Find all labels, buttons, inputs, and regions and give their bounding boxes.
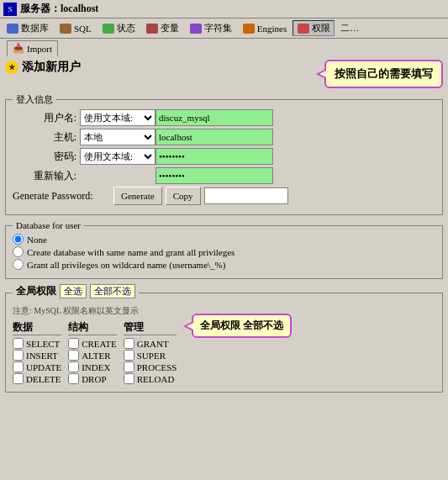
engines-icon bbox=[242, 23, 256, 34]
priv-process-checkbox[interactable] bbox=[124, 361, 134, 372]
priv-update-checkbox[interactable] bbox=[13, 361, 24, 372]
db-none-row: None bbox=[13, 234, 435, 245]
app-icon: S bbox=[3, 3, 17, 16]
global-priv-section: 全局权限 全选 全部不选 注意: MySQL 权限名称以英文显示 数据 SELE… bbox=[5, 284, 443, 393]
page-content: ★ 添加新用户 按照自己的需要填写 登入信息 用户名: 使用文本域: 主机: 本… bbox=[0, 56, 448, 401]
data-col: 数据 SELECT INSERT UPDATE bbox=[13, 320, 61, 385]
toolbar-btn-engines[interactable]: Engines bbox=[238, 21, 291, 36]
heading-row: ★ 添加新用户 按照自己的需要填写 bbox=[5, 60, 443, 88]
toolbar-btn-charset[interactable]: 字符集 bbox=[185, 20, 236, 36]
priv-index-row: INDEX bbox=[68, 361, 117, 372]
db-none-label[interactable]: None bbox=[27, 235, 47, 245]
priv-index-checkbox[interactable] bbox=[68, 361, 79, 372]
page-heading: ★ 添加新用户 bbox=[5, 60, 81, 75]
priv-create-checkbox[interactable] bbox=[68, 338, 79, 349]
db-legend: Database for user bbox=[13, 220, 84, 230]
priv-note: 注意: MySQL 权限名称以英文显示 bbox=[13, 305, 177, 317]
import-icon: 📥 bbox=[13, 43, 24, 55]
reenter-input[interactable] bbox=[155, 167, 273, 184]
username-select[interactable]: 使用文本域: bbox=[80, 109, 155, 126]
host-row: 主机: 本地 bbox=[13, 129, 435, 145]
host-select[interactable]: 本地 bbox=[80, 129, 155, 145]
toolbar-btn-var[interactable]: 变量 bbox=[141, 20, 183, 36]
priv-delete-checkbox[interactable] bbox=[13, 373, 24, 384]
import-tab[interactable]: 📥 Import bbox=[7, 40, 58, 56]
priv-grant-row: GRANT bbox=[124, 338, 177, 349]
password-input[interactable] bbox=[155, 148, 273, 165]
priv-insert-row: INSERT bbox=[13, 350, 61, 361]
priv-super-row: SUPER bbox=[124, 350, 177, 361]
priv-create-row: CREATE bbox=[68, 338, 117, 349]
structure-col: 结构 CREATE ALTER INDEX bbox=[68, 320, 117, 385]
callout-bubble-2: 全局权限 全部不选 bbox=[192, 314, 292, 338]
toolbar-btn-db[interactable]: 数据库 bbox=[2, 20, 53, 36]
username-row: 用户名: 使用文本域: bbox=[13, 109, 435, 126]
priv-grant-checkbox[interactable] bbox=[124, 338, 134, 349]
username-input[interactable] bbox=[155, 109, 273, 126]
priv-insert-checkbox[interactable] bbox=[13, 350, 24, 361]
generate-button[interactable]: Generate bbox=[113, 187, 162, 205]
host-input[interactable] bbox=[155, 129, 273, 145]
deselect-all-link[interactable]: 全部不选 bbox=[90, 284, 135, 298]
db-wild-row: Grant all privileges on wildcard name (u… bbox=[13, 259, 435, 270]
login-legend: 登入信息 bbox=[13, 93, 56, 106]
priv-delete-row: DELETE bbox=[13, 373, 61, 384]
toolbar-btn-misc[interactable]: 二… bbox=[336, 20, 363, 36]
global-priv-legend: 全局权限 全选 全部不选 bbox=[13, 284, 139, 302]
admin-col: 管理 GRANT SUPER PROCESS bbox=[124, 320, 177, 385]
db-same-label[interactable]: Create database with same name and grant… bbox=[27, 247, 235, 257]
db-same-row: Create database with same name and grant… bbox=[13, 246, 435, 257]
reenter-label: 重新输入: bbox=[13, 169, 80, 183]
host-label: 主机: bbox=[13, 130, 80, 145]
structure-col-title: 结构 bbox=[68, 320, 117, 335]
priv-process-row: PROCESS bbox=[124, 361, 177, 372]
priv-legend-text: 全局权限 bbox=[16, 284, 56, 298]
db-wild-radio[interactable] bbox=[13, 259, 24, 270]
toolbar-btn-state[interactable]: 状态 bbox=[98, 20, 140, 36]
generate-row: Generate Password: Generate Copy bbox=[13, 187, 435, 205]
toolbar-btn-sql[interactable]: SQL bbox=[55, 21, 96, 36]
priv-reload-checkbox[interactable] bbox=[124, 373, 134, 384]
priv-reload-row: RELOAD bbox=[124, 373, 177, 384]
priv-icon bbox=[297, 23, 310, 34]
db-wild-label[interactable]: Grant all privileges on wildcard name (u… bbox=[27, 260, 225, 270]
username-label: 用户名: bbox=[13, 111, 80, 125]
data-col-title: 数据 bbox=[13, 320, 61, 335]
priv-select-row: SELECT bbox=[13, 338, 61, 349]
sql-icon bbox=[59, 23, 72, 34]
title-bar: S 服务器：localhost bbox=[0, 0, 448, 18]
priv-drop-row: DROP bbox=[68, 373, 117, 384]
db-same-radio[interactable] bbox=[13, 246, 24, 257]
db-section: Database for user None Create database w… bbox=[5, 220, 443, 279]
login-info-section: 登入信息 用户名: 使用文本域: 主机: 本地 密码: 使用文本域: bbox=[5, 93, 443, 215]
title-text: 服务器：localhost bbox=[20, 2, 98, 16]
var-icon bbox=[145, 23, 159, 34]
password-row: 密码: 使用文本域: bbox=[13, 148, 435, 165]
priv-update-row: UPDATE bbox=[13, 361, 61, 372]
password-select[interactable]: 使用文本域: bbox=[80, 148, 155, 165]
priv-select-checkbox[interactable] bbox=[13, 338, 24, 349]
priv-drop-checkbox[interactable] bbox=[68, 373, 79, 384]
generated-password-input[interactable] bbox=[204, 187, 288, 204]
generate-label: Generate Password: bbox=[13, 190, 113, 203]
charset-icon bbox=[189, 23, 203, 34]
priv-super-checkbox[interactable] bbox=[124, 350, 134, 361]
priv-alter-row: ALTER bbox=[68, 350, 117, 361]
toolbar: 数据库 SQL 状态 变量 字符集 Engines 权限 二… bbox=[0, 18, 448, 39]
reenter-row: 重新输入: bbox=[13, 167, 435, 184]
password-label: 密码: bbox=[13, 150, 80, 164]
db-icon bbox=[6, 23, 19, 34]
user-icon: ★ bbox=[5, 61, 18, 74]
select-all-link[interactable]: 全选 bbox=[60, 284, 87, 298]
priv-cols: 数据 SELECT INSERT UPDATE bbox=[13, 320, 177, 385]
toolbar-btn-priv[interactable]: 权限 bbox=[293, 20, 335, 36]
callout-bubble-1: 按照自己的需要填写 bbox=[324, 60, 443, 88]
db-none-radio[interactable] bbox=[13, 234, 24, 245]
admin-col-title: 管理 bbox=[124, 320, 177, 335]
priv-alter-checkbox[interactable] bbox=[68, 350, 79, 361]
state-icon bbox=[102, 23, 115, 34]
copy-button[interactable]: Copy bbox=[166, 187, 201, 205]
priv-legend-row: 全局权限 全选 全部不选 bbox=[16, 284, 135, 298]
